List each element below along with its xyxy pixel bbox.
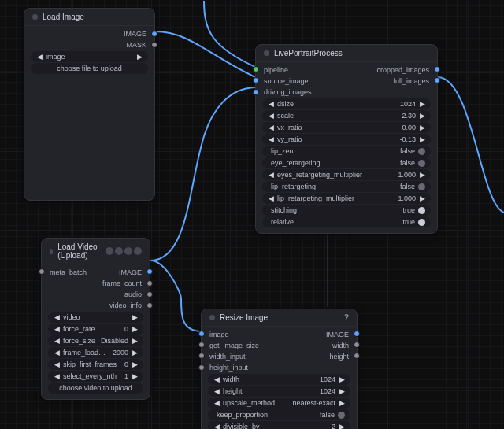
- help-icon[interactable]: ?: [344, 313, 349, 322]
- node-live-portrait[interactable]: LivePortraitProcess pipeline cropped_ima…: [255, 44, 438, 234]
- widget-eye-retargeting[interactable]: eye_retargetingfalse: [262, 157, 431, 168]
- output-cropped[interactable]: cropped_images: [376, 66, 429, 74]
- collapse-dot-icon[interactable]: [50, 249, 53, 254]
- widget-select-every-nth[interactable]: ◀select_every_nth1▶: [48, 371, 143, 382]
- chevron-left-icon[interactable]: ◀: [213, 399, 220, 407]
- widget-skip-first-frames[interactable]: ◀skip_first_frames0▶: [48, 359, 143, 370]
- chevron-left-icon[interactable]: ◀: [54, 372, 60, 380]
- input-meta-batch[interactable]: meta_batch: [50, 268, 87, 276]
- widget-lip-multiplier[interactable]: ◀lip_retargeting_multiplier1.000▶: [262, 193, 431, 204]
- output-image[interactable]: IMAGE: [24, 28, 154, 39]
- chevron-right-icon[interactable]: ▶: [132, 372, 138, 380]
- node-load-image[interactable]: Load Image IMAGE MASK ◀ image ▶ choose f…: [24, 8, 155, 201]
- chevron-left-icon[interactable]: ◀: [268, 124, 274, 131]
- output-frame-count[interactable]: frame_count: [42, 278, 150, 289]
- chevron-right-icon[interactable]: ▶: [419, 112, 425, 120]
- output-video-info[interactable]: video_info: [42, 300, 150, 311]
- output-full[interactable]: full_images: [393, 77, 429, 85]
- widget-keep-proportion[interactable]: keep_proportionfalse: [208, 409, 350, 420]
- socket-icon[interactable]: [198, 342, 205, 348]
- toggle-dot-icon[interactable]: [338, 412, 345, 419]
- chevron-left-icon[interactable]: ◀: [36, 53, 43, 61]
- chevron-right-icon[interactable]: ▶: [339, 399, 345, 407]
- socket-icon[interactable]: [434, 66, 440, 72]
- input-pipeline[interactable]: pipeline: [264, 66, 288, 74]
- toggle-dot-icon[interactable]: [418, 183, 425, 190]
- socket-icon[interactable]: [354, 342, 360, 348]
- socket-icon[interactable]: [253, 89, 259, 95]
- widget-scale[interactable]: ◀scale2.30▶: [262, 110, 431, 121]
- node-header[interactable]: LivePortraitProcess: [256, 45, 437, 62]
- input-driving-images[interactable]: driving_images: [256, 87, 437, 98]
- chevron-left-icon[interactable]: ◀: [268, 194, 274, 202]
- collapse-dot-icon[interactable]: [32, 14, 38, 20]
- chevron-left-icon[interactable]: ◀: [268, 112, 274, 120]
- socket-icon[interactable]: [146, 280, 153, 287]
- chevron-left-icon[interactable]: ◀: [54, 313, 60, 321]
- widget-frame-load-cap[interactable]: ◀frame_load_cap2000▶: [48, 347, 143, 358]
- output-mask[interactable]: MASK: [24, 39, 154, 50]
- socket-icon[interactable]: [253, 77, 259, 83]
- chevron-right-icon[interactable]: ▶: [132, 325, 138, 333]
- input-source-image[interactable]: source_image: [264, 77, 309, 85]
- socket-icon[interactable]: [151, 42, 158, 48]
- chevron-left-icon[interactable]: ◀: [268, 171, 274, 179]
- chevron-right-icon[interactable]: ▶: [132, 337, 138, 345]
- toggle-dot-icon[interactable]: [418, 207, 425, 214]
- socket-icon[interactable]: [354, 331, 360, 337]
- widget-width[interactable]: ◀width1024▶: [208, 374, 350, 385]
- chevron-right-icon[interactable]: ▶: [339, 423, 345, 429]
- toggle-dot-icon[interactable]: [418, 160, 425, 167]
- toggle-dot-icon[interactable]: [418, 148, 425, 155]
- chevron-right-icon[interactable]: ▶: [419, 171, 425, 179]
- widget-stitching[interactable]: stitchingtrue: [262, 205, 431, 216]
- chevron-right-icon[interactable]: ▶: [136, 53, 143, 61]
- widget-upscale-method[interactable]: ◀upscale_methodnearest-exact▶: [208, 398, 350, 409]
- chevron-right-icon[interactable]: ▶: [419, 124, 425, 131]
- chevron-right-icon[interactable]: ▶: [419, 135, 425, 143]
- widget-lip-retargeting[interactable]: lip_retargetingfalse: [262, 181, 431, 192]
- socket-icon[interactable]: [146, 302, 153, 309]
- output-width[interactable]: width: [332, 342, 349, 349]
- widget-dsize[interactable]: ◀dsize1024▶: [262, 98, 431, 109]
- socket-icon[interactable]: [354, 353, 360, 359]
- widget-eyes-multiplier[interactable]: ◀eyes_retargeting_multiplier1.000▶: [262, 169, 431, 180]
- chevron-right-icon[interactable]: ▶: [339, 387, 345, 395]
- node-header[interactable]: Load Image: [24, 9, 154, 26]
- widget-image-select[interactable]: ◀ image ▶: [31, 51, 148, 62]
- widget-lip-zero[interactable]: lip_zerofalse: [262, 146, 431, 157]
- widget-force-size[interactable]: ◀force_sizeDisabled▶: [48, 335, 143, 346]
- widget-video[interactable]: ◀video▶: [48, 312, 143, 323]
- socket-icon[interactable]: [198, 353, 205, 359]
- socket-icon[interactable]: [434, 77, 440, 83]
- output-audio[interactable]: audio: [42, 289, 150, 300]
- widget-height[interactable]: ◀height1024▶: [208, 386, 350, 397]
- toggle-dot-icon[interactable]: [418, 219, 425, 226]
- widget-relative[interactable]: relativetrue: [262, 216, 431, 227]
- upload-video-button[interactable]: choose video to upload: [48, 383, 143, 394]
- chevron-right-icon[interactable]: ▶: [419, 100, 425, 108]
- node-header[interactable]: Resize Image ?: [202, 309, 357, 327]
- widget-vx-ratio[interactable]: ◀vx_ratio0.00▶: [262, 122, 431, 133]
- chevron-left-icon[interactable]: ◀: [54, 349, 60, 357]
- chevron-right-icon[interactable]: ▶: [132, 349, 138, 357]
- chevron-left-icon[interactable]: ◀: [213, 387, 220, 395]
- chevron-right-icon[interactable]: ▶: [339, 375, 345, 383]
- input-height-input[interactable]: height_input: [202, 362, 357, 373]
- socket-icon[interactable]: [198, 331, 205, 337]
- chevron-left-icon[interactable]: ◀: [54, 361, 60, 368]
- input-get-image-size[interactable]: get_image_size: [209, 342, 259, 349]
- socket-icon[interactable]: [198, 364, 205, 371]
- output-image[interactable]: IMAGE: [326, 331, 349, 338]
- input-width-input[interactable]: width_input: [209, 353, 246, 361]
- chevron-right-icon[interactable]: ▶: [419, 194, 425, 202]
- socket-icon[interactable]: [146, 268, 153, 275]
- input-image[interactable]: image: [209, 331, 229, 338]
- widget-vy-ratio[interactable]: ◀vy_ratio-0.13▶: [262, 134, 431, 145]
- widget-force-rate[interactable]: ◀force_rate0▶: [48, 324, 143, 335]
- output-height[interactable]: height: [329, 353, 349, 361]
- chevron-left-icon[interactable]: ◀: [54, 325, 60, 333]
- chevron-right-icon[interactable]: ▶: [132, 361, 138, 368]
- socket-icon[interactable]: [39, 268, 45, 275]
- chevron-left-icon[interactable]: ◀: [268, 100, 274, 108]
